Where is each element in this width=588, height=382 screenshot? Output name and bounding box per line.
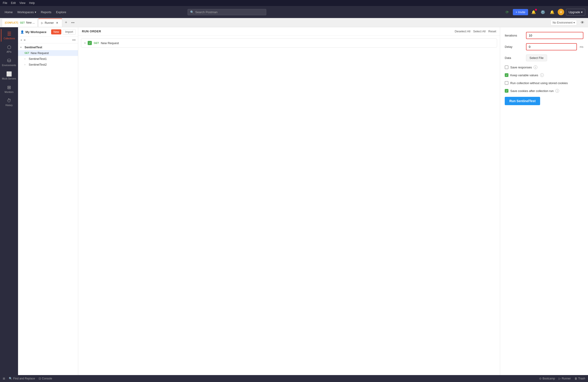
sidebar-item-collections[interactable]: ☰ Collections xyxy=(1,29,17,42)
search-bar[interactable]: 🔍 Search Postman xyxy=(188,9,266,15)
upgrade-button[interactable]: Upgrade ▾ xyxy=(566,9,585,16)
delay-input[interactable] xyxy=(526,43,577,50)
save-cookies-row: ✓ Save cookies after collection run i xyxy=(505,89,583,93)
tab-conflict[interactable]: [CONFLICT] GET New ... xyxy=(2,19,38,27)
nav-workspaces[interactable]: Workspaces ▾ xyxy=(16,9,38,15)
trash-link[interactable]: 🗑 Trash xyxy=(575,377,585,380)
tree-folder-2[interactable]: › SentinelTest2 xyxy=(18,62,78,67)
save-responses-row: Save responses i xyxy=(505,65,583,69)
runner-icon-bottom: ▷ xyxy=(559,377,561,380)
keep-variable-info-icon[interactable]: i xyxy=(540,73,544,77)
chevron-down-icon: ▾ xyxy=(20,46,23,49)
sync-icon-btn[interactable]: ⟳ xyxy=(504,8,511,16)
keep-variable-checkbox[interactable]: ✓ xyxy=(505,73,508,77)
nav-home[interactable]: Home xyxy=(3,9,15,15)
save-responses-info-icon[interactable]: i xyxy=(534,65,537,69)
run-order-title: RUN ORDER xyxy=(82,30,101,33)
iterations-input[interactable] xyxy=(526,32,583,39)
delay-suffix: ms xyxy=(580,45,583,49)
import-button[interactable]: Import xyxy=(63,29,76,35)
reset-link[interactable]: Reset xyxy=(488,30,496,33)
env-label: No Environment xyxy=(553,21,572,24)
no-cookies-checkbox[interactable] xyxy=(505,81,508,85)
runner-label: Runner xyxy=(562,377,571,380)
sidebar-label-mock-servers: Mock Servers xyxy=(2,77,16,80)
notification2-icon-btn[interactable]: 🔔 xyxy=(548,8,556,16)
config-section: Iterations Delay ms Data Select File Sav… xyxy=(500,27,588,375)
history-icon: ⏱ xyxy=(7,98,11,103)
nav-reports[interactable]: Reports xyxy=(39,9,53,15)
save-cookies-checkbox[interactable]: ✓ xyxy=(505,89,508,93)
search-placeholder: Search Postman xyxy=(195,10,217,14)
console-label: Console xyxy=(42,377,52,380)
tab-runner[interactable]: ▷ Runner ✕ xyxy=(38,19,62,27)
chevron-down-icon: ▾ xyxy=(573,21,575,24)
select-all-link[interactable]: Select All xyxy=(473,30,485,33)
tree-folder-1[interactable]: › SentinelTest1 xyxy=(18,56,78,62)
folder-name-1: SentinelTest1 xyxy=(29,57,47,60)
drag-handle-icon[interactable]: ≡ xyxy=(84,41,86,45)
run-order-content: ≡ ✓ GET New Request xyxy=(78,36,500,375)
new-button[interactable]: New xyxy=(51,29,61,35)
sidebar-label-apis: APIs xyxy=(6,51,11,53)
run-button[interactable]: Run SentinelTest xyxy=(505,97,540,105)
tree-collection-root[interactable]: ▾ SentinelTest xyxy=(18,44,78,50)
sidebar-item-mock-servers[interactable]: ⬜ Mock Servers xyxy=(1,69,17,82)
sidebar-item-history[interactable]: ⏱ History xyxy=(1,96,17,108)
save-responses-label: Save responses xyxy=(510,66,532,69)
filter-icon[interactable]: ≡ xyxy=(23,38,25,42)
apis-icon: ⬡ xyxy=(7,44,11,50)
menu-bar: File Edit View Help xyxy=(0,0,588,6)
find-replace-link[interactable]: 🔍 Find and Replace xyxy=(9,377,35,380)
tab-env: No Environment ▾ 👁 xyxy=(550,19,586,26)
run-order-actions: Deselect All Select All Reset xyxy=(455,30,496,33)
bootcamp-label: Bootcamp xyxy=(543,377,555,380)
tab-runner-close[interactable]: ✕ xyxy=(55,21,59,25)
menu-file[interactable]: File xyxy=(3,1,7,5)
request-name-runner: New Request xyxy=(101,41,119,45)
panel-more-button[interactable]: ••• xyxy=(72,38,76,42)
save-responses-checkbox[interactable] xyxy=(505,65,508,69)
tree-request-new[interactable]: GET New Request xyxy=(18,50,78,56)
runner-link[interactable]: ▷ Runner xyxy=(559,377,571,380)
add-collection-icon[interactable]: + xyxy=(20,38,22,42)
eye-icon-btn[interactable]: 👁 xyxy=(579,19,586,26)
panel-toolbar: + ≡ ••• xyxy=(18,37,78,43)
folder-name-2: SentinelTest2 xyxy=(29,63,47,66)
tab-conflict-name: New ... xyxy=(26,21,35,24)
invite-button[interactable]: + Invite xyxy=(513,9,528,15)
nav-explore[interactable]: Explore xyxy=(54,9,68,15)
sidebar-item-environments[interactable]: ⛁ Environments xyxy=(1,56,17,68)
menu-edit[interactable]: Edit xyxy=(11,1,16,5)
layout-icon-btn[interactable]: ⊞ xyxy=(3,377,5,380)
deselect-all-link[interactable]: Deselect All xyxy=(455,30,470,33)
keep-variable-label: Keep variable values xyxy=(510,74,538,77)
menu-help[interactable]: Help xyxy=(29,1,35,5)
no-cookies-row: Run collection without using stored cook… xyxy=(505,81,583,85)
table-row: ≡ ✓ GET New Request xyxy=(81,38,497,48)
mock-servers-icon: ⬜ xyxy=(6,71,12,77)
select-file-button[interactable]: Select File xyxy=(526,55,547,61)
nav-links: Home Workspaces ▾ Reports Explore xyxy=(3,9,68,15)
environments-icon: ⛁ xyxy=(7,58,11,63)
sidebar-item-apis[interactable]: ⬡ APIs xyxy=(1,42,17,55)
trash-label: Trash xyxy=(578,377,585,380)
environment-select[interactable]: No Environment ▾ xyxy=(550,20,577,25)
monitors-icon: ⊞ xyxy=(7,85,11,90)
chevron-right-icon-2: › xyxy=(24,63,28,66)
run-order-section: RUN ORDER Deselect All Select All Reset … xyxy=(78,27,500,375)
menu-view[interactable]: View xyxy=(20,1,25,5)
request-checkbox[interactable]: ✓ xyxy=(88,41,92,45)
notification-badge xyxy=(535,9,537,11)
sidebar-item-monitors[interactable]: ⊞ Monitors xyxy=(1,83,17,95)
console-link[interactable]: ⊡ Console xyxy=(39,377,52,380)
tab-more-button[interactable]: ••• xyxy=(70,20,76,25)
bootcamp-link[interactable]: ⊙ Bootcamp xyxy=(539,377,555,380)
save-cookies-info-icon[interactable]: i xyxy=(555,89,559,93)
avatar[interactable]: U xyxy=(558,9,564,15)
tab-add-button[interactable]: + xyxy=(63,19,69,26)
settings-icon-btn[interactable]: ⚙️ xyxy=(539,8,546,16)
search-small-icon: 🔍 xyxy=(9,377,12,380)
keep-variable-row: ✓ Keep variable values i xyxy=(505,73,583,77)
bell-icon-btn[interactable]: 🔔 xyxy=(530,8,537,16)
